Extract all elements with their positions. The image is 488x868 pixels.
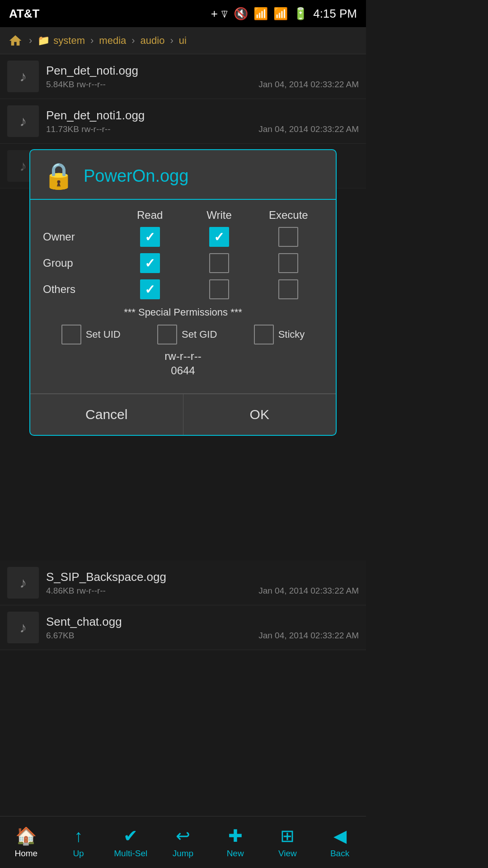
nav-item-new[interactable]: ✚ New [213, 826, 258, 859]
group-write-checkbox[interactable] [184, 253, 253, 273]
setuid-checkbox[interactable] [61, 325, 81, 344]
permissions-header-row: Read Write Execute [43, 209, 323, 222]
file-meta: 5.84KB rw-r--r-- Jan 04, 2014 02:33:22 A… [46, 80, 359, 90]
file-name: S_SIP_Backspace.ogg [46, 570, 359, 584]
jump-label: Jump [173, 849, 193, 859]
list-item[interactable]: ♪ Sent_chat.ogg 6.67KB Jan 04, 2014 02:3… [0, 605, 366, 650]
wifi-icon: 📶 [253, 7, 268, 21]
signal-icon: 📶 [273, 7, 288, 21]
file-name: Sent_chat.ogg [46, 615, 359, 629]
mute-icon: 🔇 [234, 7, 248, 21]
file-meta: 6.67KB Jan 04, 2014 02:33:22 AM [46, 631, 359, 641]
music-icon: ♪ [19, 158, 27, 175]
perm-string: rw-r--r-- [43, 350, 323, 363]
owner-row: Owner [43, 227, 323, 247]
breadcrumb-media[interactable]: media [99, 35, 126, 47]
battery-icon: 🔋 [293, 7, 308, 21]
file-name: Pen_det_noti1.ogg [46, 108, 359, 123]
setuid-label: Set UID [86, 329, 121, 340]
group-execute-checkbox[interactable] [254, 253, 323, 273]
nav-item-back[interactable]: ◀ Back [317, 826, 362, 859]
nav-item-home[interactable]: 🏠 Home [4, 826, 49, 859]
music-icon: ♪ [19, 113, 27, 130]
modal-header: 🔒 PowerOn.ogg [30, 150, 336, 200]
setgid-checkbox[interactable] [157, 325, 177, 344]
view-label: View [278, 849, 297, 859]
file-meta: 11.73KB rw-r--r-- Jan 04, 2014 02:33:22 … [46, 124, 359, 134]
breadcrumb-ui[interactable]: ui [179, 35, 187, 47]
ok-button[interactable]: OK [183, 394, 336, 435]
up-label: Up [73, 849, 84, 859]
nav-item-up[interactable]: ↑ Up [56, 826, 101, 859]
music-icon: ♪ [19, 68, 27, 85]
back-label: Back [330, 849, 349, 859]
perm-octal: 0644 [43, 364, 323, 377]
modal-buttons: Cancel OK [30, 394, 336, 435]
file-meta: 4.86KB rw-r--r-- Jan 04, 2014 02:33:22 A… [46, 586, 359, 596]
nav-item-view[interactable]: ⊞ View [265, 826, 310, 859]
execute-column-header: Execute [254, 209, 323, 222]
list-item[interactable]: ♪ Pen_det_noti1.ogg 11.73KB rw-r--r-- Ja… [0, 99, 366, 144]
up-icon: ↑ [74, 826, 83, 846]
music-icon: ♪ [19, 575, 27, 591]
music-icon: ♪ [19, 619, 27, 636]
multisel-icon: ✔ [123, 826, 138, 846]
bottom-navigation: 🏠 Home ↑ Up ✔ Multi-Sel ↩ Jump ✚ New ⊞ V… [0, 816, 366, 868]
owner-read-checkbox[interactable] [115, 227, 184, 247]
multisel-label: Multi-Sel [114, 849, 147, 859]
breadcrumb[interactable]: › 📁 system › media › audio › ui [0, 27, 366, 54]
view-icon: ⊞ [280, 826, 295, 846]
owner-label: Owner [43, 231, 115, 243]
status-icons: + ⍒ 🔇 📶 📶 🔋 4:15 PM [211, 7, 357, 21]
others-row: Others [43, 279, 323, 299]
others-write-checkbox[interactable] [184, 279, 253, 299]
permissions-grid: Read Write Execute Owner Group [30, 200, 336, 386]
list-item[interactable]: ♪ S_SIP_Backspace.ogg 4.86KB rw-r--r-- J… [0, 561, 366, 605]
home-label: Home [15, 849, 38, 859]
sticky-label: Sticky [278, 329, 305, 340]
others-execute-checkbox[interactable] [254, 279, 323, 299]
back-icon: ◀ [333, 826, 347, 846]
setuid-item[interactable]: Set UID [61, 325, 121, 344]
sticky-item[interactable]: Sticky [254, 325, 305, 344]
cancel-button[interactable]: Cancel [30, 394, 183, 435]
jump-icon: ↩ [176, 826, 190, 846]
group-read-checkbox[interactable] [115, 253, 184, 273]
others-label: Others [43, 283, 115, 296]
time-label: 4:15 PM [313, 7, 357, 21]
breadcrumb-system[interactable]: 📁 system [38, 35, 85, 47]
file-thumbnail: ♪ [7, 61, 39, 92]
file-list-bottom: ♪ S_SIP_Backspace.ogg 4.86KB rw-r--r-- J… [0, 561, 366, 650]
permissions-modal: 🔒 PowerOn.ogg Read Write Execute Owner G… [29, 149, 337, 436]
file-thumbnail: ♪ [7, 612, 39, 643]
bluetooth-icon: + ⍒ [211, 7, 228, 21]
nav-item-multisel[interactable]: ✔ Multi-Sel [108, 826, 153, 859]
setgid-item[interactable]: Set GID [157, 325, 217, 344]
file-name: Pen_det_noti.ogg [46, 64, 359, 78]
modal-title: PowerOn.ogg [84, 166, 188, 186]
carrier-label: AT&T [9, 7, 39, 21]
nav-item-jump[interactable]: ↩ Jump [160, 826, 206, 859]
list-item[interactable]: ♪ Pen_det_noti.ogg 5.84KB rw-r--r-- Jan … [0, 54, 366, 99]
file-thumbnail: ♪ [7, 105, 39, 137]
new-icon: ✚ [228, 826, 243, 846]
breadcrumb-audio[interactable]: audio [141, 35, 165, 47]
setgid-label: Set GID [182, 329, 217, 340]
lock-icon: 🔒 [43, 161, 75, 191]
home-breadcrumb-icon[interactable] [7, 33, 23, 49]
file-thumbnail: ♪ [7, 567, 39, 599]
group-row: Group [43, 253, 323, 273]
special-permissions-title: *** Special Permissions *** [43, 307, 323, 318]
status-bar: AT&T + ⍒ 🔇 📶 📶 🔋 4:15 PM [0, 0, 366, 27]
owner-execute-checkbox[interactable] [254, 227, 323, 247]
read-column-header: Read [115, 209, 184, 222]
home-icon: 🏠 [15, 826, 37, 846]
special-permissions-row: Set UID Set GID Sticky [43, 325, 323, 344]
new-label: New [227, 849, 244, 859]
group-label: Group [43, 257, 115, 269]
owner-write-checkbox[interactable] [184, 227, 253, 247]
write-column-header: Write [184, 209, 253, 222]
sticky-checkbox[interactable] [254, 325, 274, 344]
others-read-checkbox[interactable] [115, 279, 184, 299]
